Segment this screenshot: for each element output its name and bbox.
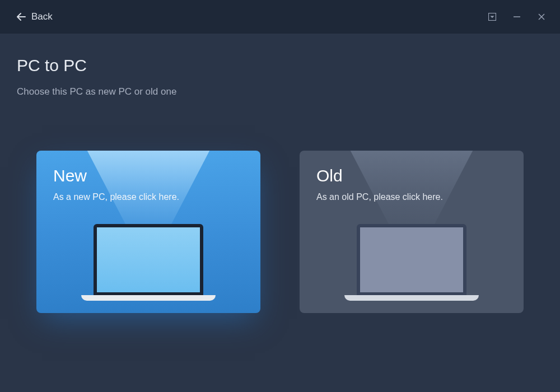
old-pc-card[interactable]: Old As an old PC, please click here. (300, 151, 524, 313)
close-icon[interactable] (537, 12, 546, 21)
titlebar: Back (0, 0, 560, 34)
back-arrow-icon (17, 12, 26, 21)
laptop-icon (81, 224, 216, 301)
laptop-icon (344, 224, 479, 301)
page-title: PC to PC (17, 56, 543, 75)
card-title: Old (316, 166, 507, 185)
card-title: New (53, 166, 244, 185)
window-controls (488, 12, 546, 21)
card-description: As an old PC, please click here. (316, 192, 507, 202)
option-cards: New As a new PC, please click here. Old … (17, 151, 543, 313)
back-label: Back (31, 11, 53, 22)
new-pc-card[interactable]: New As a new PC, please click here. (36, 151, 260, 313)
minimize-icon[interactable] (512, 12, 521, 21)
dropdown-icon[interactable] (488, 12, 497, 21)
page-subtitle: Choose this PC as new PC or old one (17, 86, 543, 97)
content: PC to PC Choose this PC as new PC or old… (0, 34, 560, 313)
card-description: As a new PC, please click here. (53, 192, 244, 202)
back-button[interactable]: Back (17, 11, 53, 22)
